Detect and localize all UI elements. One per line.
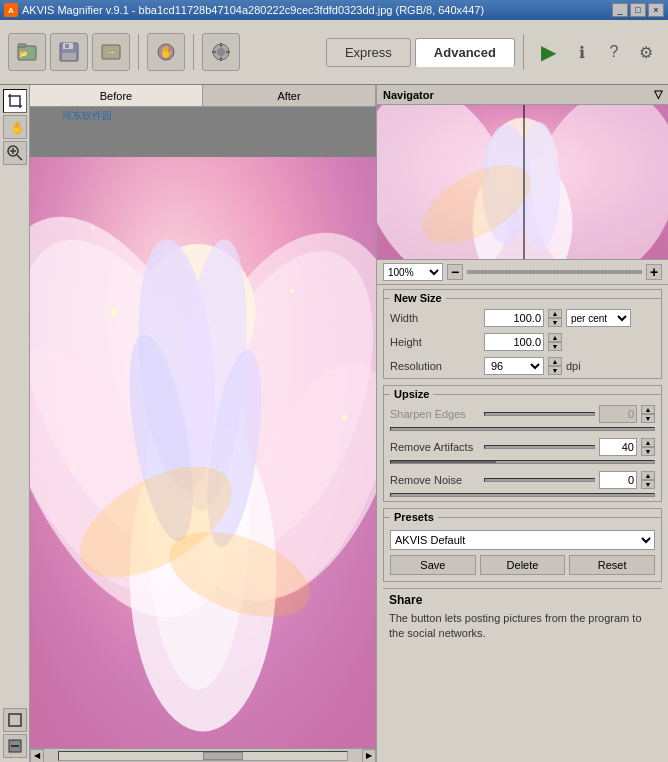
scroll-thumb[interactable] [203,752,243,760]
share-title: Share [389,593,656,607]
svg-rect-6 [65,44,69,48]
canvas-scrollbar[interactable]: ◀ ▶ [30,748,376,762]
width-spin-up[interactable]: ▲ [548,309,562,318]
resolution-label: Resolution [390,360,480,372]
artifacts-slider[interactable] [484,445,595,449]
presets-content: AKVIS Default Save Delete Reset [384,525,661,581]
noise-spin-down[interactable]: ▼ [641,480,655,489]
settings-area: New Size Width ▲ ▼ per cent pixels inche… [377,285,668,762]
height-spinner: ▲ ▼ [548,333,562,351]
reset-preset-button[interactable]: Reset [569,555,655,575]
after-tab[interactable]: After [203,85,376,106]
preferences-button[interactable]: ⚙ [632,38,660,66]
navigator-collapse-icon[interactable]: ▽ [654,88,662,101]
export-button[interactable]: → [92,33,130,71]
sharpen-mini-slider[interactable] [390,427,655,431]
width-label: Width [390,312,480,324]
advanced-tab[interactable]: Advanced [415,38,515,67]
noise-row: Remove Noise ▲ ▼ [384,468,661,492]
toolbar: 📂 → ✋ Express A [0,20,668,85]
navigator-header: Navigator ▽ [377,85,668,105]
scroll-right-button[interactable]: ▶ [362,749,376,763]
sharpen-slider-row [384,426,661,435]
zoom-in-button[interactable]: + [646,264,662,280]
svg-text:📂: 📂 [19,49,28,58]
maximize-button[interactable]: □ [630,3,646,17]
new-size-section: New Size Width ▲ ▼ per cent pixels inche… [383,289,662,379]
zoom-slider[interactable] [467,270,642,274]
canvas-gray-top [30,107,376,157]
canvas-tabs: Before After [30,85,376,107]
window-title: AKVIS Magnifier v.9.1 - bba1cd11728b4710… [22,4,612,16]
dpi-label: dpi [566,360,581,372]
title-bar: A AKVIS Magnifier v.9.1 - bba1cd11728b47… [0,0,668,20]
sharpen-spin-up: ▲ [641,405,655,414]
noise-label: Remove Noise [390,474,480,486]
sharpen-slider [484,412,595,416]
artifacts-spin-up[interactable]: ▲ [641,438,655,447]
svg-rect-5 [62,53,76,60]
resolution-spinner: ▲ ▼ [548,357,562,375]
artifacts-mini-slider[interactable] [390,460,655,464]
save-preset-button[interactable]: Save [390,555,476,575]
noise-input[interactable] [599,471,637,489]
width-spinner: ▲ ▼ [548,309,562,327]
scroll-left-button[interactable]: ◀ [30,749,44,763]
resolution-spin-down[interactable]: ▼ [548,366,562,375]
minimize-button[interactable]: _ [612,3,628,17]
sharpen-row: Sharpen Edges ▲ ▼ [384,402,661,426]
left-toolbox: ✋ [0,85,30,762]
canvas-image-area[interactable]: 河东软件园 [30,107,376,748]
svg-text:✋: ✋ [10,120,23,135]
left-bottom-tools [3,708,27,762]
close-button[interactable]: × [648,3,664,17]
sharpen-spinner: ▲ ▼ [641,405,655,423]
hand-tool-button[interactable]: ✋ [147,33,185,71]
height-input[interactable] [484,333,544,351]
bottom-tool-2[interactable] [3,734,27,758]
presets-section: Presets AKVIS Default Save Delete Reset [383,508,662,582]
delete-preset-button[interactable]: Delete [480,555,566,575]
noise-slider[interactable] [484,478,595,482]
svg-line-19 [17,155,22,160]
run-button[interactable]: ▶ [532,36,564,68]
help-button[interactable]: ? [600,38,628,66]
preset-buttons: Save Delete Reset [390,552,655,578]
artifacts-input[interactable] [599,438,637,456]
presets-select[interactable]: AKVIS Default [390,530,655,550]
unit-select[interactable]: per cent pixels inches cm [566,309,631,327]
new-size-title: New Size [384,290,661,306]
zoom-select[interactable]: 100% [383,263,443,281]
scroll-track[interactable] [58,751,348,761]
noise-mini-slider[interactable] [390,493,655,497]
save-button[interactable] [50,33,88,71]
noise-spin-up[interactable]: ▲ [641,471,655,480]
settings-tool-button[interactable] [202,33,240,71]
width-input[interactable] [484,309,544,327]
resolution-spin-up[interactable]: ▲ [548,357,562,366]
height-spin-down[interactable]: ▼ [548,342,562,351]
width-spin-down[interactable]: ▼ [548,318,562,327]
open-file-button[interactable]: 📂 [8,33,46,71]
svg-point-44 [342,414,347,419]
artifacts-spin-down[interactable]: ▼ [641,447,655,456]
express-tab[interactable]: Express [326,38,411,67]
noise-spinner: ▲ ▼ [641,471,655,489]
resolution-select[interactable]: 96 72 150 300 [484,357,544,375]
right-panel: Navigator ▽ [376,85,668,762]
info-button[interactable]: ℹ [568,38,596,66]
bottom-tool-1[interactable] [3,708,27,732]
navigator-preview[interactable] [377,105,668,260]
toolbar-separator [138,34,139,70]
sharpen-label: Sharpen Edges [390,408,480,420]
svg-point-45 [70,467,74,471]
toolbar-separator-2 [193,34,194,70]
artifacts-label: Remove Artifacts [390,441,480,453]
before-tab[interactable]: Before [30,85,203,106]
hand-tool[interactable]: ✋ [3,115,27,139]
zoom-out-button[interactable]: − [447,264,463,280]
crop-tool[interactable] [3,89,27,113]
height-spin-up[interactable]: ▲ [548,333,562,342]
zoom-tool[interactable] [3,141,27,165]
height-row: Height ▲ ▼ [384,330,661,354]
